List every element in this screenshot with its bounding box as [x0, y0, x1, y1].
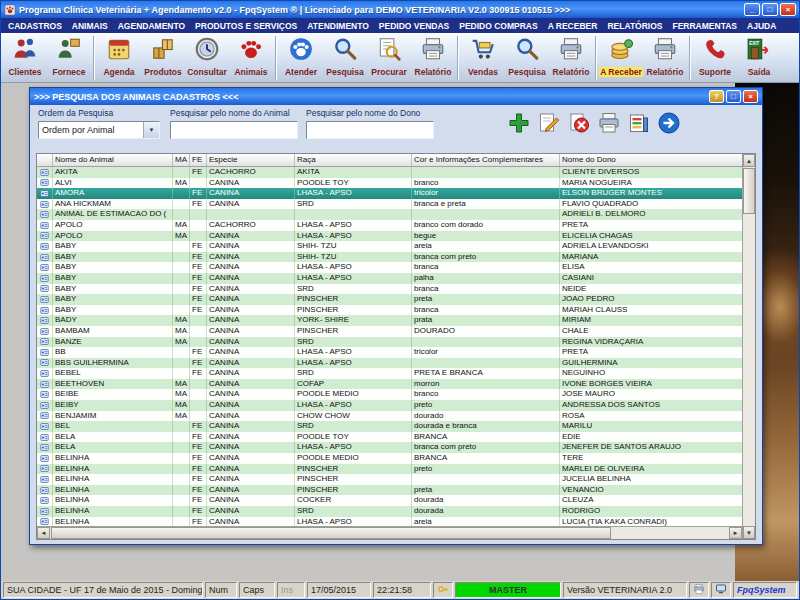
column-header-raca[interactable]: Raça	[295, 154, 412, 166]
table-row[interactable]: BABYFECANINASRDbrancaNEIDE	[37, 284, 742, 295]
table-row[interactable]: AMORAFECANINALHASA - APSOtricolorELSON B…	[37, 188, 742, 199]
table-row[interactable]: BELINHAFECANINAPINSCHERpretaVENANCIO	[37, 485, 742, 496]
cell-especie: CACHORRO	[207, 220, 295, 231]
order-select[interactable]: Ordem por Animal ▼	[38, 121, 160, 139]
status-caps-lock: Caps	[239, 582, 275, 598]
scroll-down-button[interactable]: ▼	[743, 526, 755, 539]
table-row[interactable]: BENJAMIMMACANINACHOW CHOWdouradoROSA	[37, 411, 742, 422]
toolbar-item-procurar[interactable]: Procurar	[367, 34, 411, 82]
table-row[interactable]: BELINHAFECANINAPOODLE MEDIOBRANCATERE	[37, 453, 742, 464]
toolbar-item-produtos[interactable]: Produtos	[141, 34, 185, 82]
confirm-button[interactable]	[656, 111, 681, 136]
table-row[interactable]: BELINHAFECANINAPINSCHERpretoMARLEI DE OL…	[37, 464, 742, 475]
table-row[interactable]: APOLOMACACHORROLHASA - APSObranco com do…	[37, 220, 742, 231]
menu-item-animais[interactable]: ANIMAIS	[67, 21, 113, 31]
table-row[interactable]: BELINHAFECANINACOCKERdouradaCLEUZA	[37, 495, 742, 506]
minimize-button[interactable]: _	[744, 3, 760, 16]
menu-item-ajuda[interactable]: AJUDA	[742, 21, 781, 31]
toolbar-item-a-receber[interactable]: A Receber	[599, 34, 643, 82]
table-row[interactable]: BELAFECANINALHASA - APSObranca com preto…	[37, 442, 742, 453]
table-row[interactable]: BELINHAFECANINAPINSCHERJUCELIA BELINHA	[37, 474, 742, 485]
table-row[interactable]: BELINHAFECANINASRDdouradaRODRIGO	[37, 506, 742, 517]
report-cards-button[interactable]	[626, 111, 651, 136]
vertical-scroll-thumb[interactable]	[743, 168, 755, 214]
column-header-ma[interactable]: MA	[173, 154, 190, 166]
toolbar-item-relatorio[interactable]: Relatório	[549, 34, 593, 82]
toolbar-item-relatorio[interactable]: Relatório	[643, 34, 687, 82]
table-row[interactable]: AKITAFECACHORROAKITACLIENTE DIVERSOS	[37, 167, 742, 178]
owner-search-input[interactable]	[306, 121, 434, 139]
table-row[interactable]: BABYFECANINAPINSCHERpretaJOAO PEDRO	[37, 294, 742, 305]
horizontal-scroll-thumb[interactable]	[51, 527, 611, 539]
print-button[interactable]	[596, 111, 621, 136]
table-row[interactable]: BBS GUILHERMINAFECANINALHASA - APSOGUILH…	[37, 358, 742, 369]
toolbar-item-pesquisa[interactable]: Pesquisa	[323, 34, 367, 82]
horizontal-scrollbar: ◄ ►	[37, 526, 742, 539]
table-row[interactable]: BEBELFECANINASRDPRETA E BRANCANEGUINHO	[37, 368, 742, 379]
table-row[interactable]: BANZEMACANINASRDREGINA VIDRAÇARIA	[37, 337, 742, 348]
dropdown-arrow-icon[interactable]: ▼	[143, 122, 159, 138]
toolbar-item-clientes[interactable]: Clientes	[3, 34, 47, 82]
toolbar-item-atender[interactable]: Atender	[279, 34, 323, 82]
table-row[interactable]: APOLOMACANINALHASA - APSObegueELICELIA C…	[37, 231, 742, 242]
menu-item-pedido-vendas[interactable]: PEDIDO VENDAS	[374, 21, 454, 31]
table-row[interactable]: BBFECANINALHASA - APSOtricolorPRETA	[37, 347, 742, 358]
menu-item-ferramentas[interactable]: FERRAMENTAS	[667, 21, 742, 31]
menu-item-atendimento[interactable]: ATENDIMENTO	[302, 21, 374, 31]
scroll-left-button[interactable]: ◄	[37, 527, 50, 539]
table-row[interactable]: BABYFECANINASHIH- TZUareiaADRIELA LEVAND…	[37, 241, 742, 252]
add-record-button[interactable]	[506, 111, 531, 136]
cell-name: BELINHA	[53, 453, 173, 464]
menu-item-cadastros[interactable]: CADASTROS	[3, 21, 67, 31]
toolbar-item-relatorio[interactable]: Relatório	[411, 34, 455, 82]
column-header-especie[interactable]: Especie	[207, 154, 295, 166]
dialog-help-button[interactable]: ?	[709, 90, 724, 103]
table-row[interactable]: BABYFECANINALHASA - APSObrancaELISA	[37, 262, 742, 273]
menu-item-a-receber[interactable]: A RECEBER	[543, 21, 603, 31]
cell-name: BABY	[53, 252, 173, 263]
table-row[interactable]: BEIBYMACANINALHASA - APSOpretoANDRESSA D…	[37, 400, 742, 411]
toolbar-item-agenda[interactable]: Agenda	[97, 34, 141, 82]
delete-record-button[interactable]	[566, 111, 591, 136]
menu-item-relatorios[interactable]: RELATÓRIOS	[602, 21, 667, 31]
maximize-button[interactable]: □	[762, 3, 778, 16]
animal-search-input[interactable]	[170, 121, 298, 139]
toolbar-item-consultar[interactable]: Consultar	[185, 34, 229, 82]
column-header-cor-e-informacoes-complementares[interactable]: Cor e Informações Complementares	[412, 154, 560, 166]
table-row[interactable]: ALVIMACANINAPOODLE TOYbrancoMARIA NOGUEI…	[37, 178, 742, 189]
table-row[interactable]: BELINHAFECANINALHASA - APSOareiaLUCIA (T…	[37, 517, 742, 526]
dialog-maximize-button[interactable]: □	[726, 90, 741, 103]
menu-item-produtos-e-servicos[interactable]: PRODUTOS E SERVIÇOS	[190, 21, 302, 31]
table-row[interactable]: BADYMACANINAYORK- SHIREprataMIRIAM	[37, 315, 742, 326]
table-row[interactable]: BABYFECANINASHIH- TZUbranca com pretoMAR…	[37, 252, 742, 263]
column-header-fe[interactable]: FE	[190, 154, 207, 166]
table-row[interactable]: ANA HICKMAMFECANINASRDbranca e pretaFLAV…	[37, 199, 742, 210]
table-row[interactable]: BEETHOVENMACANINACOFAPmorronIVONE BORGES…	[37, 379, 742, 390]
table-row[interactable]: BABYFECANINAPINSCHERbrancaMARIAH CLAUSS	[37, 305, 742, 316]
horizontal-scroll-track[interactable]	[611, 527, 729, 539]
scroll-right-button[interactable]: ►	[729, 527, 742, 539]
table-row[interactable]: BAMBAMMACANINAPINSCHERDOURADOCHALE	[37, 326, 742, 337]
column-header-nome-do-dono[interactable]: Nome do Dono	[560, 154, 742, 166]
scroll-up-button[interactable]: ▲	[743, 154, 755, 167]
table-row[interactable]: ANIMAL DE ESTIMACAO DO (ADRIELI B. DELMO…	[37, 209, 742, 220]
toolbar-item-pesquisa[interactable]: Pesquisa	[505, 34, 549, 82]
menu-item-agendamento[interactable]: AGENDAMENTO	[113, 21, 190, 31]
toolbar-item-saida[interactable]: EXITSaída	[737, 34, 781, 82]
dialog-close-button[interactable]: ×	[743, 90, 758, 103]
toolbar-item-suporte[interactable]: Suporte	[693, 34, 737, 82]
toolbar-item-fornece[interactable]: Fornece	[47, 34, 91, 82]
table-row[interactable]: BEIBEMACANINAPOODLE MEDIObrancoJOSE MAUR…	[37, 389, 742, 400]
column-header-icon[interactable]	[37, 154, 53, 166]
edit-record-button[interactable]	[536, 111, 561, 136]
toolbar-item-vendas[interactable]: Vendas	[461, 34, 505, 82]
cell-especie: CANINA	[207, 326, 295, 337]
toolbar-item-animais[interactable]: Animais	[229, 34, 273, 82]
close-button[interactable]: ×	[780, 3, 796, 16]
vertical-scroll-track[interactable]	[743, 214, 755, 526]
table-row[interactable]: BELFECANINASRDdourada e brancaMARILU	[37, 421, 742, 432]
table-row[interactable]: BABYFECANINALHASA - APSOpalhaCASIANI	[37, 273, 742, 284]
column-header-nome-do-animal[interactable]: Nome do Animal	[53, 154, 173, 166]
menu-item-pedido-compras[interactable]: PEDIDO COMPRAS	[454, 21, 542, 31]
table-row[interactable]: BELAFECANINAPOODLE TOYBRANCAEDIE	[37, 432, 742, 443]
